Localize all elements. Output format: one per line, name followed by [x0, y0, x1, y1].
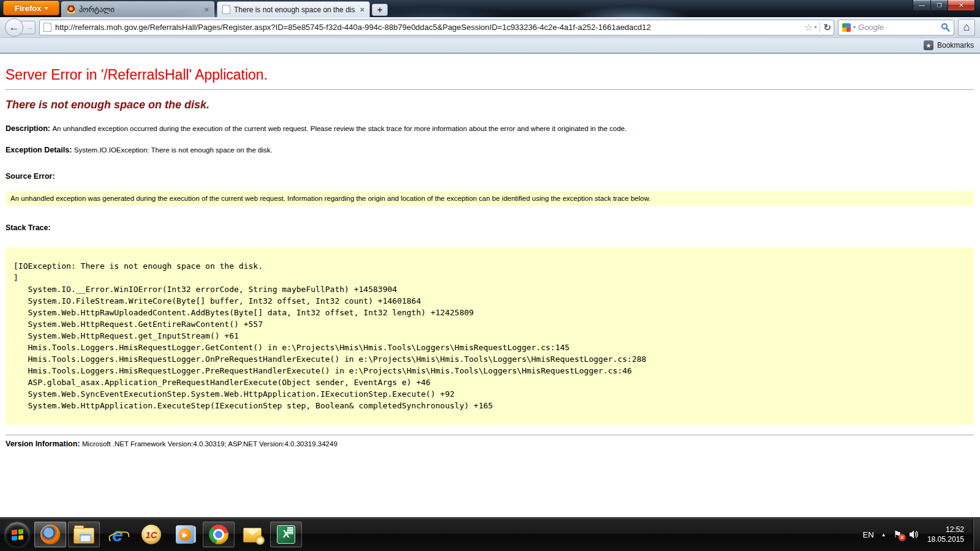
exception-details-text: System.IO.IOException: There is not enou…	[74, 146, 273, 154]
language-indicator[interactable]: EN	[863, 530, 874, 539]
outlook-icon	[243, 528, 262, 542]
clock-date: 18.05.2015	[927, 534, 964, 544]
clock-time: 12:52	[927, 525, 964, 534]
tab-title: There is not enough space on the dis...	[234, 6, 356, 14]
page-favicon-icon	[222, 5, 230, 14]
taskbar-item-internet-explorer[interactable]: e	[102, 522, 134, 547]
restore-button[interactable]: ❐	[931, 0, 948, 11]
chrome-icon	[209, 525, 228, 544]
show-desktop-button[interactable]	[973, 518, 980, 551]
windows-flag-icon	[12, 529, 23, 541]
back-button[interactable]: ←	[5, 18, 23, 37]
page-favicon-icon	[43, 23, 51, 32]
description-line: Description: An unhandled exception occu…	[6, 124, 974, 133]
system-tray: EN ▲ ⚑✕ 12:52 18.05.2015	[863, 525, 967, 544]
navigation-toolbar: ← → ☆ ▾ ↻ ▾ ⌂	[0, 17, 980, 38]
taskbar-item-excel[interactable]: X	[270, 522, 302, 547]
bookmarks-label: Bookmarks	[937, 41, 974, 50]
alert-badge-icon: ✕	[899, 534, 906, 541]
taskbar-item-explorer[interactable]	[68, 522, 100, 547]
stack-trace-heading: Stack Trace:	[6, 223, 974, 232]
url-bar-actions: ☆ ▾ ↻	[804, 21, 831, 33]
tab-strip: პორტალი × There is not enough space on t…	[61, 1, 388, 17]
taskbar-item-firefox[interactable]	[34, 522, 66, 547]
stack-trace-block: [IOException: There is not enough space …	[6, 247, 974, 425]
version-information-line: Version Information: Microsoft .NET Fram…	[6, 440, 974, 448]
media-player-icon: ▶	[176, 525, 194, 544]
taskbar-item-media-player[interactable]: ▶	[169, 522, 201, 547]
play-icon: ▶	[179, 528, 191, 541]
taskbar: e 1С ▶ X EN ▲ ⚑✕ 12:52 18.05.2015	[0, 517, 980, 551]
action-center-flag-icon[interactable]: ⚑✕	[893, 529, 901, 540]
volume-icon[interactable]	[909, 530, 920, 539]
url-dropdown-icon[interactable]: ▾	[814, 24, 816, 30]
start-button[interactable]	[2, 520, 32, 549]
chevron-down-icon: ▾	[45, 5, 48, 11]
home-button[interactable]: ⌂	[958, 19, 975, 36]
error-subtitle: There is not enough space on the disk.	[6, 99, 974, 111]
exception-details-line: Exception Details: System.IO.IOException…	[6, 146, 974, 154]
hidden-icons-arrow-icon[interactable]: ▲	[881, 532, 886, 538]
url-input[interactable]	[55, 23, 801, 32]
excel-icon: X	[277, 525, 295, 544]
divider	[6, 435, 974, 435]
bookmark-star-icon[interactable]: ☆	[804, 21, 813, 33]
source-error-heading: Source Error:	[6, 172, 974, 181]
tab-portal[interactable]: პორტალი ×	[61, 1, 214, 17]
tab-error-page[interactable]: There is not enough space on the dis... …	[217, 1, 370, 17]
bookmarks-star-icon: ★	[924, 40, 933, 50]
divider	[820, 22, 820, 33]
google-logo-icon	[842, 23, 851, 32]
page-content: Server Error in '/ReferralsHall' Applica…	[0, 54, 980, 517]
page-title: Server Error in '/ReferralsHall' Applica…	[6, 67, 974, 83]
minimize-button[interactable]: —	[913, 0, 931, 11]
taskbar-icons: e 1С ▶ X	[34, 522, 302, 547]
source-error-note: An unhandled exception was generated dur…	[6, 191, 974, 206]
georgia-emblem-favicon-icon	[67, 5, 75, 14]
tab-title: პორტალი	[79, 6, 200, 14]
taskbar-item-outlook[interactable]	[236, 522, 268, 547]
description-text: An unhandled exception occurred during t…	[52, 125, 627, 132]
window-controls: — ❐ ✕	[913, 0, 975, 11]
new-tab-button[interactable]: +	[372, 4, 388, 16]
taskbar-item-chrome[interactable]	[203, 522, 235, 547]
firefox-icon	[40, 525, 60, 544]
description-label: Description:	[6, 124, 52, 133]
tab-close-icon[interactable]: ×	[360, 5, 364, 14]
reload-icon[interactable]: ↻	[823, 22, 831, 33]
search-box[interactable]: ▾	[838, 20, 954, 36]
windows-explorer-icon	[74, 528, 94, 544]
search-engine-dropdown-icon[interactable]: ▾	[853, 24, 856, 30]
search-icon[interactable]	[941, 23, 950, 32]
version-information-label: Version Information:	[6, 440, 82, 448]
version-information-text: Microsoft .NET Framework Version:4.0.303…	[82, 440, 337, 448]
window-titlebar: Firefox ▾ პორტალი × There is not enough …	[0, 0, 980, 17]
firefox-menu-button[interactable]: Firefox ▾	[3, 1, 59, 15]
search-input[interactable]	[858, 23, 938, 32]
internet-explorer-icon: e	[112, 525, 123, 544]
firefox-menu-label: Firefox	[15, 4, 41, 13]
taskbar-item-1c[interactable]: 1С	[135, 522, 167, 547]
url-bar[interactable]: ☆ ▾ ↻	[39, 20, 834, 36]
windows-orb-icon	[5, 522, 29, 547]
1c-icon: 1С	[141, 525, 161, 544]
bookmarks-menu-button[interactable]: ★ Bookmarks	[924, 40, 974, 50]
divider	[6, 89, 974, 90]
tab-close-icon[interactable]: ×	[204, 5, 209, 14]
clock[interactable]: 12:52 18.05.2015	[927, 525, 964, 544]
bookmarks-toolbar: ★ Bookmarks	[0, 38, 980, 54]
clock-icon	[255, 536, 265, 545]
exception-details-label: Exception Details:	[6, 146, 74, 154]
close-button[interactable]: ✕	[948, 0, 975, 11]
